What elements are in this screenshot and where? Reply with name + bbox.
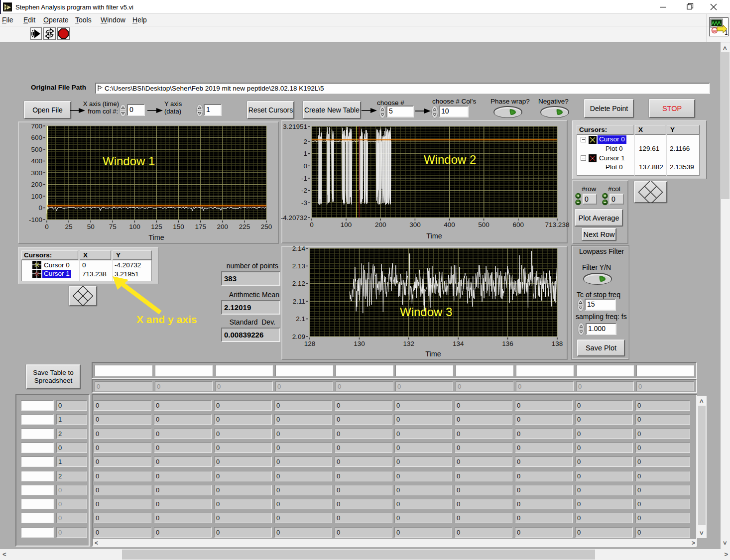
svg-text:2.14: 2.14	[292, 245, 306, 252]
svg-text:500: 500	[478, 221, 489, 228]
svg-text:50: 50	[87, 223, 95, 230]
svg-text:134: 134	[453, 340, 464, 347]
svg-text:-2: -2	[301, 187, 307, 194]
svg-text:-100: -100	[29, 216, 42, 224]
svg-text:0: 0	[45, 223, 49, 230]
svg-text:400: 400	[444, 221, 455, 228]
svg-text:2.1: 2.1	[296, 315, 305, 323]
svg-text:-3: -3	[301, 199, 307, 207]
svg-text:128: 128	[304, 340, 316, 347]
svg-text:300: 300	[31, 169, 42, 177]
svg-text:300: 300	[409, 221, 421, 228]
svg-text:Time: Time	[425, 350, 441, 358]
svg-text:100: 100	[129, 223, 140, 230]
svg-text:-1: -1	[301, 175, 307, 182]
svg-text:175: 175	[195, 223, 206, 230]
svg-text:2.12: 2.12	[292, 280, 305, 287]
svg-text:Time: Time	[426, 232, 442, 240]
svg-text:125: 125	[151, 223, 162, 230]
svg-text:225: 225	[239, 223, 250, 230]
svg-text:250: 250	[261, 223, 272, 230]
svg-text:500: 500	[31, 146, 42, 153]
svg-text:0: 0	[310, 221, 314, 228]
svg-text:200: 200	[217, 223, 229, 230]
svg-text:2.11: 2.11	[293, 298, 305, 305]
svg-text:-4.20732: -4.20732	[281, 214, 307, 222]
svg-text:130: 130	[354, 340, 365, 347]
svg-text:2: 2	[303, 138, 307, 145]
svg-text:1: 1	[303, 150, 307, 157]
svg-text:Time: Time	[148, 233, 164, 241]
svg-text:150: 150	[173, 223, 184, 230]
svg-text:25: 25	[65, 223, 73, 230]
svg-text:138: 138	[552, 340, 563, 347]
svg-text:132: 132	[403, 340, 415, 347]
svg-text:713.238: 713.238	[545, 221, 570, 228]
svg-text:0: 0	[38, 204, 42, 212]
svg-text:2.09: 2.09	[292, 333, 305, 340]
svg-text:200: 200	[31, 181, 42, 188]
svg-text:700: 700	[31, 122, 42, 130]
svg-text:136: 136	[502, 340, 513, 347]
svg-text:600: 600	[31, 134, 42, 141]
svg-text:400: 400	[31, 157, 42, 165]
svg-text:600: 600	[512, 221, 524, 228]
svg-text:100: 100	[31, 193, 42, 200]
svg-text:75: 75	[109, 223, 117, 230]
svg-text:200: 200	[375, 221, 386, 228]
svg-text:0: 0	[303, 162, 307, 170]
svg-text:3.21951: 3.21951	[283, 123, 307, 130]
svg-text:2.13: 2.13	[292, 262, 305, 270]
svg-text:100: 100	[341, 221, 352, 228]
svg-text:1: 1	[725, 29, 728, 35]
